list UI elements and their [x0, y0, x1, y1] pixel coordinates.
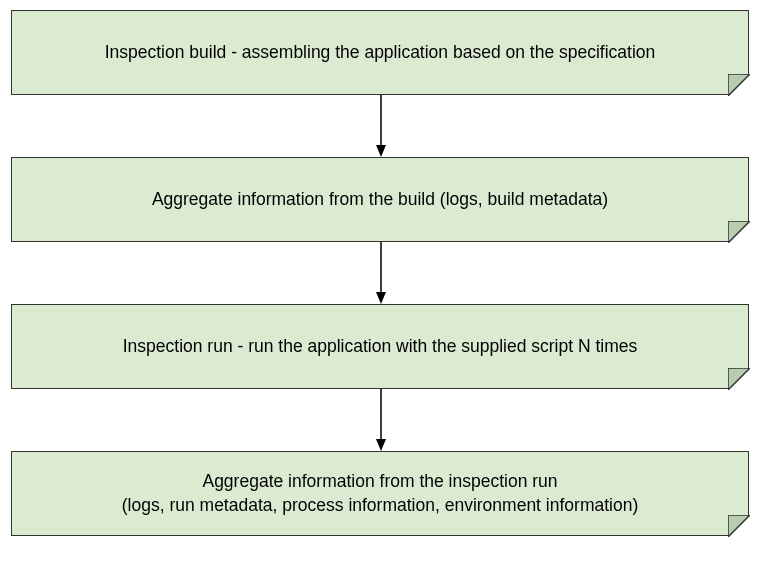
flow-node-3-text: Inspection run - run the application wit…	[123, 335, 638, 359]
flow-node-4: Aggregate information from the inspectio…	[11, 451, 749, 536]
svg-marker-7	[376, 292, 386, 304]
flow-node-2: Aggregate information from the build (lo…	[11, 157, 749, 242]
arrow-2	[376, 242, 386, 304]
arrow-1	[376, 95, 386, 157]
arrow-3	[376, 389, 386, 451]
svg-marker-11	[376, 439, 386, 451]
page-fold-icon	[728, 221, 750, 243]
flow-node-1: Inspection build - assembling the applic…	[11, 10, 749, 95]
page-fold-icon	[728, 368, 750, 390]
flow-node-2-text: Aggregate information from the build (lo…	[152, 188, 608, 212]
page-fold-icon	[728, 74, 750, 96]
flow-node-1-text: Inspection build - assembling the applic…	[105, 41, 656, 65]
flow-node-3: Inspection run - run the application wit…	[11, 304, 749, 389]
flow-node-4-text: Aggregate information from the inspectio…	[122, 470, 639, 517]
page-fold-icon	[728, 515, 750, 537]
svg-marker-3	[376, 145, 386, 157]
